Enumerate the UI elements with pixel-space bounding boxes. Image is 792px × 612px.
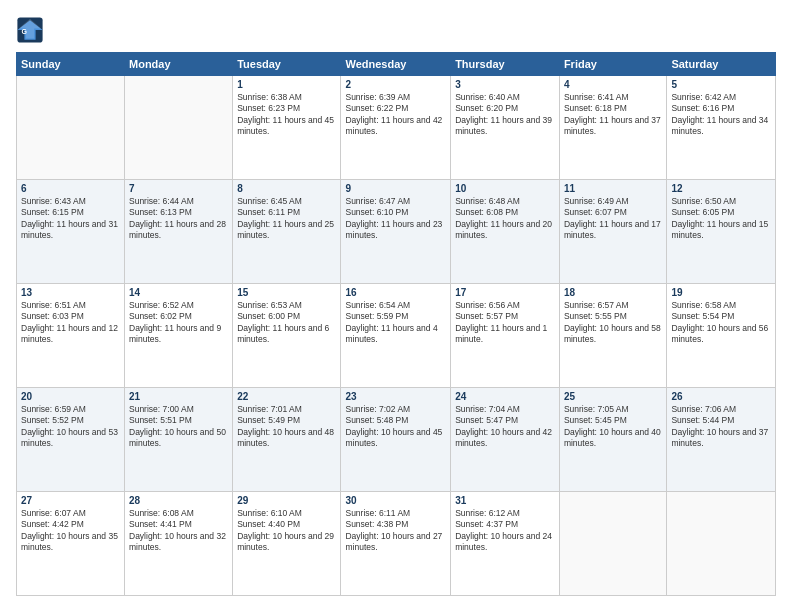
calendar-cell: 26Sunrise: 7:06 AMSunset: 5:44 PMDayligh… [667, 388, 776, 492]
calendar-cell: 15Sunrise: 6:53 AMSunset: 6:00 PMDayligh… [233, 284, 341, 388]
day-number: 7 [129, 183, 228, 194]
day-number: 4 [564, 79, 662, 90]
col-header-thursday: Thursday [451, 53, 560, 76]
calendar-cell [17, 76, 125, 180]
day-number: 24 [455, 391, 555, 402]
calendar-cell: 6Sunrise: 6:43 AMSunset: 6:15 PMDaylight… [17, 180, 125, 284]
calendar-cell [559, 492, 666, 596]
day-number: 2 [345, 79, 446, 90]
day-number: 29 [237, 495, 336, 506]
calendar-cell: 14Sunrise: 6:52 AMSunset: 6:02 PMDayligh… [125, 284, 233, 388]
day-info: Sunrise: 6:47 AMSunset: 6:10 PMDaylight:… [345, 196, 446, 242]
day-number: 15 [237, 287, 336, 298]
day-number: 26 [671, 391, 771, 402]
calendar-cell: 12Sunrise: 6:50 AMSunset: 6:05 PMDayligh… [667, 180, 776, 284]
day-info: Sunrise: 6:07 AMSunset: 4:42 PMDaylight:… [21, 508, 120, 554]
calendar-cell: 27Sunrise: 6:07 AMSunset: 4:42 PMDayligh… [17, 492, 125, 596]
day-info: Sunrise: 6:39 AMSunset: 6:22 PMDaylight:… [345, 92, 446, 138]
calendar-cell: 24Sunrise: 7:04 AMSunset: 5:47 PMDayligh… [451, 388, 560, 492]
col-header-friday: Friday [559, 53, 666, 76]
day-info: Sunrise: 6:50 AMSunset: 6:05 PMDaylight:… [671, 196, 771, 242]
day-info: Sunrise: 6:58 AMSunset: 5:54 PMDaylight:… [671, 300, 771, 346]
day-info: Sunrise: 6:40 AMSunset: 6:20 PMDaylight:… [455, 92, 555, 138]
day-info: Sunrise: 6:54 AMSunset: 5:59 PMDaylight:… [345, 300, 446, 346]
calendar-cell: 29Sunrise: 6:10 AMSunset: 4:40 PMDayligh… [233, 492, 341, 596]
day-info: Sunrise: 6:49 AMSunset: 6:07 PMDaylight:… [564, 196, 662, 242]
day-number: 13 [21, 287, 120, 298]
logo-icon: G [16, 16, 44, 44]
day-info: Sunrise: 6:41 AMSunset: 6:18 PMDaylight:… [564, 92, 662, 138]
calendar-cell: 1Sunrise: 6:38 AMSunset: 6:23 PMDaylight… [233, 76, 341, 180]
header: G [16, 16, 776, 44]
day-number: 17 [455, 287, 555, 298]
day-info: Sunrise: 7:05 AMSunset: 5:45 PMDaylight:… [564, 404, 662, 450]
calendar-cell: 17Sunrise: 6:56 AMSunset: 5:57 PMDayligh… [451, 284, 560, 388]
day-info: Sunrise: 6:48 AMSunset: 6:08 PMDaylight:… [455, 196, 555, 242]
day-number: 5 [671, 79, 771, 90]
calendar-cell: 5Sunrise: 6:42 AMSunset: 6:16 PMDaylight… [667, 76, 776, 180]
calendar-cell: 3Sunrise: 6:40 AMSunset: 6:20 PMDaylight… [451, 76, 560, 180]
day-number: 16 [345, 287, 446, 298]
col-header-wednesday: Wednesday [341, 53, 451, 76]
col-header-sunday: Sunday [17, 53, 125, 76]
day-number: 23 [345, 391, 446, 402]
calendar-cell: 10Sunrise: 6:48 AMSunset: 6:08 PMDayligh… [451, 180, 560, 284]
calendar-cell: 25Sunrise: 7:05 AMSunset: 5:45 PMDayligh… [559, 388, 666, 492]
day-number: 25 [564, 391, 662, 402]
day-number: 1 [237, 79, 336, 90]
calendar-cell: 31Sunrise: 6:12 AMSunset: 4:37 PMDayligh… [451, 492, 560, 596]
day-info: Sunrise: 6:45 AMSunset: 6:11 PMDaylight:… [237, 196, 336, 242]
day-number: 14 [129, 287, 228, 298]
day-number: 19 [671, 287, 771, 298]
day-number: 9 [345, 183, 446, 194]
calendar-header-row: SundayMondayTuesdayWednesdayThursdayFrid… [17, 53, 776, 76]
day-info: Sunrise: 6:43 AMSunset: 6:15 PMDaylight:… [21, 196, 120, 242]
day-number: 28 [129, 495, 228, 506]
calendar-cell: 9Sunrise: 6:47 AMSunset: 6:10 PMDaylight… [341, 180, 451, 284]
day-number: 12 [671, 183, 771, 194]
day-number: 22 [237, 391, 336, 402]
calendar-cell: 22Sunrise: 7:01 AMSunset: 5:49 PMDayligh… [233, 388, 341, 492]
day-info: Sunrise: 6:44 AMSunset: 6:13 PMDaylight:… [129, 196, 228, 242]
logo: G [16, 16, 48, 44]
day-info: Sunrise: 6:12 AMSunset: 4:37 PMDaylight:… [455, 508, 555, 554]
day-info: Sunrise: 7:00 AMSunset: 5:51 PMDaylight:… [129, 404, 228, 450]
day-info: Sunrise: 6:57 AMSunset: 5:55 PMDaylight:… [564, 300, 662, 346]
calendar-week-row: 27Sunrise: 6:07 AMSunset: 4:42 PMDayligh… [17, 492, 776, 596]
calendar-table: SundayMondayTuesdayWednesdayThursdayFrid… [16, 52, 776, 596]
day-info: Sunrise: 6:10 AMSunset: 4:40 PMDaylight:… [237, 508, 336, 554]
day-number: 27 [21, 495, 120, 506]
calendar-cell: 2Sunrise: 6:39 AMSunset: 6:22 PMDaylight… [341, 76, 451, 180]
calendar-cell: 21Sunrise: 7:00 AMSunset: 5:51 PMDayligh… [125, 388, 233, 492]
day-number: 3 [455, 79, 555, 90]
calendar-cell [667, 492, 776, 596]
day-info: Sunrise: 6:52 AMSunset: 6:02 PMDaylight:… [129, 300, 228, 346]
calendar-cell: 18Sunrise: 6:57 AMSunset: 5:55 PMDayligh… [559, 284, 666, 388]
day-info: Sunrise: 7:02 AMSunset: 5:48 PMDaylight:… [345, 404, 446, 450]
calendar-week-row: 6Sunrise: 6:43 AMSunset: 6:15 PMDaylight… [17, 180, 776, 284]
calendar-cell: 23Sunrise: 7:02 AMSunset: 5:48 PMDayligh… [341, 388, 451, 492]
day-number: 20 [21, 391, 120, 402]
day-info: Sunrise: 7:04 AMSunset: 5:47 PMDaylight:… [455, 404, 555, 450]
calendar-cell: 4Sunrise: 6:41 AMSunset: 6:18 PMDaylight… [559, 76, 666, 180]
day-info: Sunrise: 6:59 AMSunset: 5:52 PMDaylight:… [21, 404, 120, 450]
day-number: 6 [21, 183, 120, 194]
day-info: Sunrise: 6:38 AMSunset: 6:23 PMDaylight:… [237, 92, 336, 138]
day-number: 30 [345, 495, 446, 506]
day-info: Sunrise: 6:11 AMSunset: 4:38 PMDaylight:… [345, 508, 446, 554]
day-info: Sunrise: 6:56 AMSunset: 5:57 PMDaylight:… [455, 300, 555, 346]
day-info: Sunrise: 6:53 AMSunset: 6:00 PMDaylight:… [237, 300, 336, 346]
calendar-cell: 19Sunrise: 6:58 AMSunset: 5:54 PMDayligh… [667, 284, 776, 388]
calendar-cell [125, 76, 233, 180]
col-header-saturday: Saturday [667, 53, 776, 76]
day-number: 21 [129, 391, 228, 402]
day-number: 31 [455, 495, 555, 506]
calendar-cell: 30Sunrise: 6:11 AMSunset: 4:38 PMDayligh… [341, 492, 451, 596]
calendar-week-row: 13Sunrise: 6:51 AMSunset: 6:03 PMDayligh… [17, 284, 776, 388]
day-info: Sunrise: 6:08 AMSunset: 4:41 PMDaylight:… [129, 508, 228, 554]
calendar-cell: 7Sunrise: 6:44 AMSunset: 6:13 PMDaylight… [125, 180, 233, 284]
calendar-cell: 16Sunrise: 6:54 AMSunset: 5:59 PMDayligh… [341, 284, 451, 388]
calendar-week-row: 1Sunrise: 6:38 AMSunset: 6:23 PMDaylight… [17, 76, 776, 180]
col-header-tuesday: Tuesday [233, 53, 341, 76]
calendar-cell: 8Sunrise: 6:45 AMSunset: 6:11 PMDaylight… [233, 180, 341, 284]
